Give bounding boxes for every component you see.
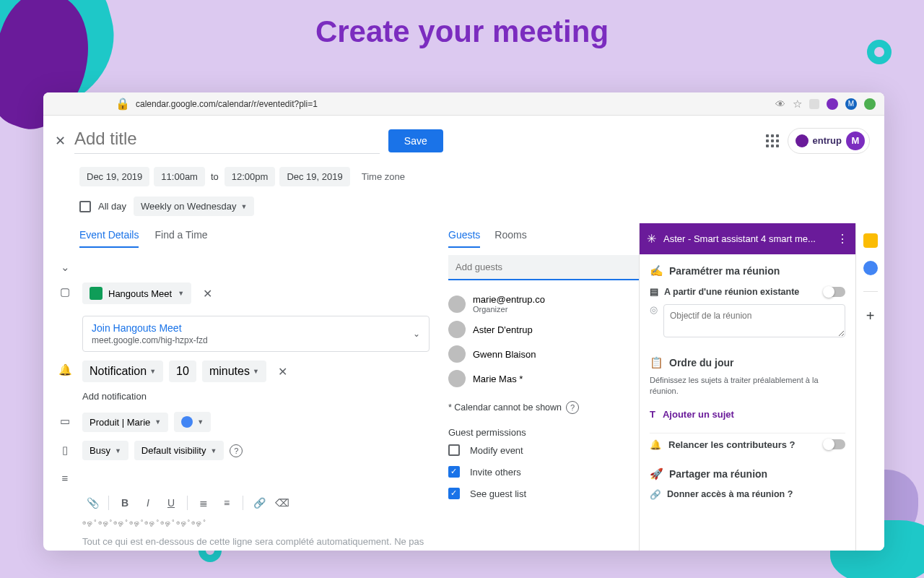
modify-event-checkbox[interactable] [448, 444, 460, 456]
link-icon[interactable]: 🔗 [249, 493, 269, 513]
notification-unit-select[interactable]: minutes ▼ [202, 361, 266, 382]
bold-icon[interactable]: B [115, 493, 135, 513]
tasks-icon[interactable] [863, 261, 878, 275]
tab-guests[interactable]: Guests [448, 229, 480, 248]
apps-icon[interactable] [766, 134, 779, 147]
bell-icon: 🔔 [58, 361, 72, 376]
relance-toggle[interactable] [824, 439, 845, 449]
add-guests-input[interactable] [448, 255, 639, 280]
guest-name: Aster D'entrup [473, 324, 533, 335]
remove-notification-icon[interactable]: ✕ [272, 365, 293, 379]
desc-separator: ๏ஓ°๏ஓ°๏ஓ°๏ஓ°๏ஓ°๏ஓ°๏ஓ°๏ஓ° [82, 517, 430, 527]
guest-row[interactable]: Gwenn Blaison [448, 342, 639, 366]
start-time-chip[interactable]: 11:00am [154, 167, 205, 186]
guest-row[interactable]: Marie Mas * [448, 366, 639, 391]
tab-event-details[interactable]: Event Details [79, 229, 139, 248]
datetime-row: Dec 19, 2019 11:00am to 12:00pm Dec 19, … [43, 158, 884, 192]
agenda-title: Ordre du jour [669, 357, 733, 368]
recurrence-label: Weekly on Wednesday [141, 201, 236, 212]
share-title: Partager ma réunion [669, 468, 767, 480]
page-title: Create your meeting [0, 0, 924, 56]
help-icon[interactable]: ? [230, 444, 243, 457]
underline-icon[interactable]: U [161, 493, 181, 513]
objective-textarea[interactable] [663, 304, 845, 337]
keep-icon[interactable] [863, 233, 878, 248]
guest-row[interactable]: Aster D'entrup [448, 317, 639, 342]
hangouts-meet-chip[interactable]: Hangouts Meet ▼ [82, 282, 191, 304]
rocket-icon: 🚀 [650, 467, 663, 480]
browser-window: 🔒 calendar.google.com/calendar/r/evented… [43, 92, 884, 551]
number-list-icon[interactable]: ≡ [217, 493, 237, 513]
description-icon: ≡ [58, 469, 72, 484]
timezone-link[interactable]: Time zone [354, 171, 405, 182]
extension-icon[interactable] [864, 98, 876, 110]
add-addon-icon[interactable]: + [866, 308, 875, 324]
eye-icon[interactable]: 👁 [775, 98, 785, 110]
bullet-list-icon[interactable]: ≣ [193, 493, 214, 513]
notification-type-select[interactable]: Notification ▼ [82, 361, 163, 382]
avatar [448, 296, 466, 313]
brand-logo-icon [796, 134, 808, 147]
join-hangouts-box[interactable]: Join Hangouts Meet meet.google.com/hig-h… [82, 316, 430, 352]
description-textarea[interactable]: ๏ஓ°๏ஓ°๏ஓ°๏ஓ°๏ஓ°๏ஓ°๏ஓ°๏ஓ° Tout ce qui est… [82, 517, 430, 551]
notification-amount-input[interactable]: 10 [169, 361, 196, 382]
clear-format-icon[interactable]: ⌫ [272, 493, 292, 513]
more-icon[interactable]: ⋮ [837, 232, 848, 246]
avatar [448, 345, 466, 363]
color-dot-icon [181, 416, 193, 428]
see-guest-list-checkbox[interactable] [448, 488, 460, 499]
guest-row[interactable]: marie@entrup.co Organizer [448, 290, 639, 317]
extension-icon[interactable] [809, 99, 819, 109]
extension-icon[interactable] [827, 98, 838, 110]
url-display[interactable]: calendar.google.com/calendar/r/eventedit… [136, 99, 770, 109]
help-icon[interactable]: ? [566, 401, 579, 414]
event-color-select[interactable]: ▼ [174, 412, 211, 432]
perm-label: Modify event [470, 445, 523, 456]
from-existing-toggle[interactable] [824, 287, 845, 297]
start-date-chip[interactable]: Dec 19, 2019 [79, 167, 149, 186]
brand-badge[interactable]: entrup M [788, 128, 870, 154]
guest-name: marie@entrup.co [473, 294, 545, 305]
remove-meet-icon[interactable]: ✕ [197, 287, 218, 301]
chevron-down-icon: ⌄ [413, 329, 420, 339]
attach-icon[interactable]: 📎 [82, 493, 103, 513]
perm-label: Invite others [470, 467, 521, 478]
all-day-label: All day [98, 201, 126, 212]
from-existing-label: A partir d'une réunion existante [664, 287, 799, 297]
star-icon[interactable]: ☆ [793, 98, 802, 111]
tab-find-time[interactable]: Find a Time [154, 229, 207, 248]
calendar-icon: ▭ [58, 412, 72, 428]
close-icon[interactable]: ✕ [55, 133, 66, 149]
notes-icon: 📋 [650, 356, 663, 369]
chevron-down-icon[interactable]: ⌄ [58, 258, 72, 274]
extension-avatar[interactable]: M [845, 98, 857, 110]
add-notification-link[interactable]: Add notification [58, 387, 430, 402]
pencil-icon: ✍️ [650, 264, 663, 277]
calendar-warning: * Calendar cannot be shown [448, 402, 562, 413]
target-icon: ◎ [650, 304, 658, 315]
agenda-subtitle: Définissez les sujets à traiter préalabl… [650, 375, 845, 397]
invite-others-checkbox[interactable] [448, 466, 460, 478]
visibility-select[interactable]: Default visibility ▼ [134, 441, 225, 460]
video-icon: ▢ [58, 282, 72, 298]
end-time-chip[interactable]: 12:00pm [225, 167, 276, 186]
guest-name: Gwenn Blaison [473, 349, 536, 360]
meet-icon [90, 287, 103, 300]
calendar-owner-select[interactable]: Produit | Marie ▼ [82, 413, 168, 432]
all-day-row: All day Weekly on Wednesday ▼ [43, 192, 884, 223]
all-day-checkbox[interactable] [79, 201, 91, 212]
save-button[interactable]: Save [388, 129, 443, 152]
recurrence-select[interactable]: Weekly on Wednesday ▼ [134, 197, 254, 216]
add-subject-button[interactable]: T Ajouter un sujet [650, 405, 845, 424]
address-bar: 🔒 calendar.google.com/calendar/r/evented… [43, 92, 884, 116]
relance-label: Relancer les contributeurs ? [668, 439, 796, 450]
tab-rooms[interactable]: Rooms [494, 229, 526, 248]
event-title-input[interactable] [74, 127, 380, 154]
availability-select[interactable]: Busy ▼ [82, 441, 128, 460]
decorative-circle [867, 40, 892, 64]
aster-logo-icon: ✳ [647, 232, 656, 246]
text-icon: T [650, 409, 655, 420]
page-icon: ▤ [650, 286, 658, 297]
italic-icon[interactable]: I [138, 493, 158, 513]
end-date-chip[interactable]: Dec 19, 2019 [279, 167, 349, 186]
